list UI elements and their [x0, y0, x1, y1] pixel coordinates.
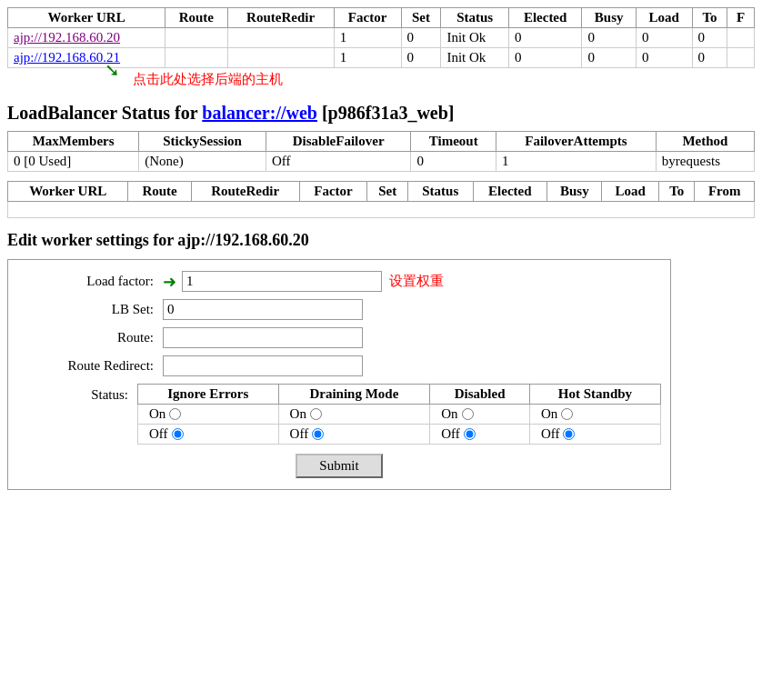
hot-standby-off-cell: Off: [529, 425, 660, 445]
lb-status-section: LoadBalancer Status for balancer://web […: [7, 103, 755, 218]
col-timeout: Timeout: [411, 132, 496, 152]
load-cell-2: 0: [636, 48, 692, 68]
col-method: Method: [656, 132, 754, 152]
routeredir-cell-1: [227, 28, 334, 48]
draining-mode-off-cell: Off: [278, 425, 430, 445]
ignore-errors-off-radio[interactable]: [172, 428, 184, 440]
disabled-on-radio[interactable]: [462, 408, 474, 420]
worker-url-cell[interactable]: ajp://192.168.60.20: [8, 28, 165, 48]
table-row: ajp://192.168.60.20 1 0 Init Ok 0 0 0 0: [8, 28, 755, 48]
annotation-row: ➘ 点击此处选择后端的主机: [8, 68, 755, 93]
ignore-errors-on-radio[interactable]: [169, 408, 181, 420]
ignore-errors-off-label: Off: [149, 426, 168, 442]
col-header-load: Load: [636, 8, 692, 28]
col-wstatus: Status: [407, 182, 473, 202]
col-disabled: Disabled: [430, 385, 530, 405]
draining-mode-on-label: On: [290, 406, 306, 422]
disabled-on-cell: On: [430, 405, 530, 425]
load-factor-label: Load factor:: [17, 274, 163, 289]
ignore-errors-off-cell: Off: [138, 425, 279, 445]
col-header-routeredir: RouteRedir: [227, 8, 334, 28]
submit-row: Submit: [17, 454, 661, 478]
set-cell-1: 0: [401, 28, 441, 48]
hot-standby-on-radio[interactable]: [561, 408, 573, 420]
from-cell-2: [727, 48, 755, 68]
lb-set-input[interactable]: [163, 299, 363, 320]
hot-standby-on-option: On: [541, 406, 649, 422]
balancer-link[interactable]: balancer://web: [202, 103, 317, 123]
col-wbusy: Busy: [547, 182, 602, 202]
route-input[interactable]: [163, 327, 363, 348]
elected-cell-1: 0: [508, 28, 582, 48]
col-header-elected: Elected: [508, 8, 582, 28]
busy-cell-1: 0: [582, 28, 636, 48]
timeout-cell: 0: [411, 152, 496, 172]
load-factor-input[interactable]: [182, 271, 382, 292]
submit-button[interactable]: Submit: [296, 454, 382, 478]
col-wset: Set: [367, 182, 408, 202]
to-cell-2: 0: [692, 48, 727, 68]
col-welected: Elected: [473, 182, 547, 202]
maxmembers-cell: 0 [0 Used]: [8, 152, 139, 172]
col-disablefailover: DisableFailover: [266, 132, 410, 152]
hot-standby-on-cell: On: [529, 405, 660, 425]
col-header-worker-url: Worker URL: [8, 8, 165, 28]
worker-url-link-1[interactable]: ajp://192.168.60.20: [14, 30, 120, 45]
col-wurl: Worker URL: [8, 182, 128, 202]
method-cell: byrequests: [656, 152, 754, 172]
from-cell-1: [727, 28, 755, 48]
col-wload: Load: [602, 182, 659, 202]
col-header-from: F: [727, 8, 755, 28]
col-header-busy: Busy: [582, 8, 636, 28]
draining-mode-on-option: On: [290, 406, 419, 422]
load-factor-hint: 设置权重: [389, 273, 444, 290]
arrow-right-icon: ➜: [163, 272, 176, 292]
top-worker-table: Worker URL Route RouteRedir Factor Set S…: [7, 7, 755, 92]
col-header-to: To: [692, 8, 727, 28]
draining-mode-off-label: Off: [290, 426, 309, 442]
lb-bracket: [p986f31a3_web]: [322, 103, 455, 123]
ignore-errors-on-cell: On: [138, 405, 279, 425]
factor-cell-2: 1: [334, 48, 401, 68]
disabled-on-label: On: [441, 406, 457, 422]
table-row: ajp://192.168.60.21 1 0 Init Ok 0 0 0 0: [8, 48, 755, 68]
route-redirect-label: Route Redirect:: [17, 358, 163, 374]
col-header-set: Set: [401, 8, 441, 28]
edit-section-heading: Edit worker settings for ajp://192.168.6…: [7, 231, 755, 250]
table-row: 0 [0 Used] (None) Off 0 1 byrequests: [8, 152, 755, 172]
hot-standby-on-label: On: [541, 406, 557, 422]
disabled-off-option: Off: [441, 426, 518, 442]
worker-url-cell-2[interactable]: ajp://192.168.60.21: [8, 48, 165, 68]
col-wroute: Route: [128, 182, 191, 202]
draining-mode-on-radio[interactable]: [310, 408, 322, 420]
routeredir-cell-2: [227, 48, 334, 68]
disabled-on-option: On: [441, 406, 518, 422]
route-row: Route:: [17, 327, 661, 348]
status-cell-2: Init Ok: [441, 48, 508, 68]
failoverattempts-cell: 1: [496, 152, 657, 172]
disablefailover-cell: Off: [266, 152, 410, 172]
ignore-errors-on-label: On: [149, 406, 165, 422]
col-draining-mode: Draining Mode: [278, 385, 430, 405]
load-cell-1: 0: [636, 28, 692, 48]
green-arrow-icon: ➘: [105, 59, 120, 81]
load-factor-row: Load factor: ➜ 设置权重: [17, 271, 661, 292]
lb-members-table: MaxMembers StickySession DisableFailover…: [7, 131, 755, 172]
col-stickysession: StickySession: [139, 132, 266, 152]
status-label: Status:: [17, 384, 137, 403]
col-header-status: Status: [441, 8, 508, 28]
route-cell-2: [165, 48, 227, 68]
busy-cell-2: 0: [582, 48, 636, 68]
draining-mode-on-cell: On: [278, 405, 430, 425]
col-wrouteredir: RouteRedir: [191, 182, 299, 202]
ignore-errors-on-option: On: [149, 406, 267, 422]
hot-standby-off-radio[interactable]: [563, 428, 575, 440]
route-redirect-input[interactable]: [163, 355, 363, 376]
radio-off-row: Off Off Off: [138, 425, 661, 445]
draining-mode-off-radio[interactable]: [312, 428, 324, 440]
col-header-factor: Factor: [334, 8, 401, 28]
elected-cell-2: 0: [508, 48, 582, 68]
status-options-table: Ignore Errors Draining Mode Disabled Hot…: [137, 384, 661, 445]
disabled-off-radio[interactable]: [464, 428, 476, 440]
top-worker-table-section: Worker URL Route RouteRedir Factor Set S…: [7, 7, 755, 92]
